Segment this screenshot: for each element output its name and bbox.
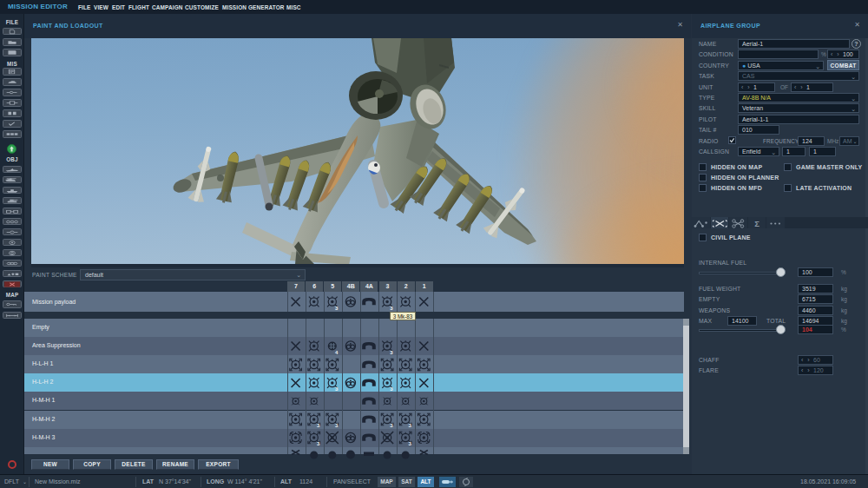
svg-text:3: 3 [390, 386, 393, 392]
svg-text:3: 3 [335, 386, 339, 392]
svg-text:3: 3 [390, 306, 393, 311]
svg-text:3: 3 [390, 350, 393, 355]
svg-text:4: 4 [335, 350, 339, 355]
svg-text:3: 3 [335, 306, 339, 311]
svg-text:Σ: Σ [754, 219, 760, 228]
